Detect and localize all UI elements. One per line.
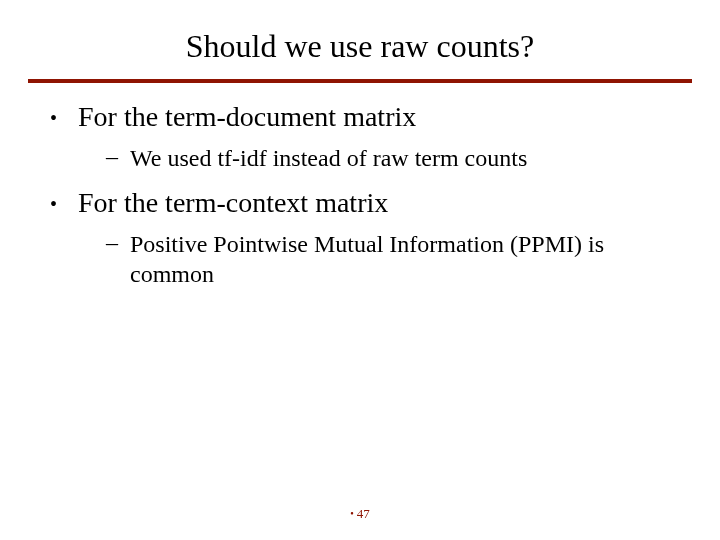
bullet-dot-icon: • <box>350 508 354 519</box>
sub-bullet-text: Positive Pointwise Mutual Information (P… <box>130 229 670 289</box>
dash-icon: – <box>106 143 130 173</box>
divider-rule <box>28 79 692 83</box>
bullet-dot-icon: • <box>50 101 78 135</box>
sub-bullet-item: – Positive Pointwise Mutual Information … <box>106 229 670 289</box>
bullet-item: • For the term-document matrix <box>50 101 670 135</box>
bullet-dot-icon: • <box>50 187 78 221</box>
dash-icon: – <box>106 229 130 289</box>
bullet-text: For the term-document matrix <box>78 101 670 135</box>
slide-content: • For the term-document matrix – We used… <box>0 101 720 289</box>
bullet-item: • For the term-context matrix <box>50 187 670 221</box>
page-number-value: 47 <box>357 506 370 521</box>
sub-bullet-text: We used tf-idf instead of raw term count… <box>130 143 670 173</box>
page-number: •47 <box>0 506 720 522</box>
slide-title: Should we use raw counts? <box>0 0 720 79</box>
sub-bullet-item: – We used tf-idf instead of raw term cou… <box>106 143 670 173</box>
bullet-text: For the term-context matrix <box>78 187 670 221</box>
slide: Should we use raw counts? • For the term… <box>0 0 720 540</box>
